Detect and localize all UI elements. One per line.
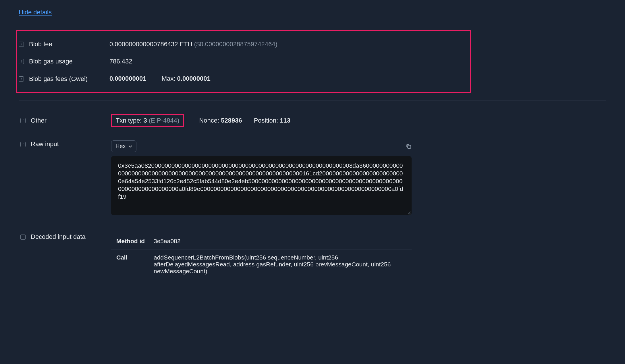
- method-id-value: 3e5aa082: [154, 238, 180, 245]
- blob-fee-usd: ($0.00000000288759742464): [194, 40, 277, 48]
- blob-fee-row: i Blob fee 0.000000000000786432 ETH ($0.…: [17, 36, 470, 53]
- nonce-label: Nonce:: [199, 117, 219, 124]
- other-row: i Other Txn type: 3 (EIP-4844) Nonce: 52…: [19, 109, 606, 132]
- decoded-input-row: i Decoded input data Method id 3e5aa082 …: [19, 228, 606, 284]
- format-select-value: Hex: [115, 143, 126, 150]
- info-icon[interactable]: i: [20, 118, 26, 123]
- txn-type-highlight: Txn type: 3 (EIP-4844): [111, 114, 184, 127]
- raw-input-value-container: Hex 0x3e5aa08200000000000000000000000000…: [111, 140, 606, 215]
- call-value: addSequencerL2BatchFromBlobs(uint256 seq…: [154, 254, 406, 275]
- decoded-table: Method id 3e5aa082 Call addSequencerL2Ba…: [111, 233, 412, 279]
- divider: [154, 75, 154, 83]
- blob-fee-value: 0.000000000000786432 ETH ($0.00000000288…: [109, 40, 277, 48]
- blob-gas-fees-label: Blob gas fees (Gwei): [29, 75, 109, 83]
- format-select[interactable]: Hex: [111, 140, 136, 152]
- other-value: Txn type: 3 (EIP-4844) Nonce: 528936 Pos…: [111, 114, 290, 127]
- other-label: Other: [31, 117, 111, 124]
- blob-gas-fees-max-value: 0.00000001: [177, 75, 211, 82]
- blob-gas-usage-row: i Blob gas usage 786,432: [17, 53, 470, 70]
- call-label: Call: [116, 254, 154, 275]
- decoded-input-label: Decoded input data: [31, 233, 111, 241]
- blob-gas-fees-row: i Blob gas fees (Gwei) 0.000000001 Max: …: [17, 70, 470, 88]
- info-icon[interactable]: i: [20, 142, 26, 147]
- position-value: 113: [280, 117, 290, 124]
- raw-input-textarea[interactable]: 0x3e5aa082000000000000000000000000000000…: [111, 156, 412, 215]
- resize-handle-icon[interactable]: [406, 210, 411, 215]
- raw-input-label: Raw input: [31, 140, 111, 148]
- section-divider: [19, 100, 606, 100]
- decoded-call-row: Call addSequencerL2BatchFromBlobs(uint25…: [111, 249, 412, 279]
- txn-type-label: Txn type:: [116, 117, 142, 124]
- blob-gas-fees-max-label: Max:: [162, 75, 175, 82]
- info-icon[interactable]: i: [19, 59, 24, 64]
- txn-type-extra: (EIP-4844): [149, 117, 179, 124]
- divider: [193, 117, 193, 124]
- copy-icon[interactable]: [406, 144, 412, 149]
- raw-input-hex: 0x3e5aa082000000000000000000000000000000…: [118, 162, 403, 200]
- position-label: Position:: [254, 117, 278, 124]
- raw-input-row: i Raw input Hex 0x3e5aa08200000000000000…: [19, 135, 606, 220]
- blob-fee-eth: 0.000000000000786432 ETH: [109, 40, 192, 48]
- blob-gas-fees-value: 0.000000001 Max: 0.00000001: [109, 75, 211, 83]
- blob-gas-usage-label: Blob gas usage: [29, 58, 109, 65]
- method-id-label: Method id: [116, 238, 154, 245]
- hide-details-link[interactable]: Hide details: [19, 9, 52, 16]
- chevron-down-icon: [129, 145, 132, 148]
- blob-gas-usage-value: 786,432: [109, 58, 132, 65]
- info-icon[interactable]: i: [19, 76, 24, 82]
- decoded-input-container: Method id 3e5aa082 Call addSequencerL2Ba…: [111, 233, 606, 279]
- raw-input-container: 0x3e5aa082000000000000000000000000000000…: [111, 156, 412, 215]
- blob-fee-label: Blob fee: [29, 40, 109, 48]
- decoded-method-id-row: Method id 3e5aa082: [111, 233, 412, 249]
- nonce-value: 528936: [221, 117, 242, 124]
- txn-type-value: 3: [144, 117, 147, 124]
- info-icon[interactable]: i: [20, 235, 26, 240]
- svg-rect-0: [408, 145, 411, 148]
- info-icon[interactable]: i: [19, 42, 24, 47]
- blob-section-highlight: i Blob fee 0.000000000000786432 ETH ($0.…: [16, 30, 471, 93]
- divider: [248, 117, 248, 124]
- blob-gas-fees-amount: 0.000000001: [109, 75, 146, 82]
